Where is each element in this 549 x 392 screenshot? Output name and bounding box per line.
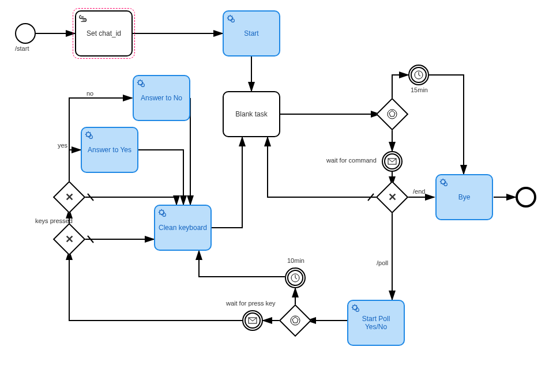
svg-marker-17 bbox=[292, 317, 298, 323]
start-event-label: /start bbox=[15, 45, 29, 52]
pentagon-icon bbox=[386, 108, 398, 120]
task-clean-keyboard[interactable]: Clean keyboard bbox=[154, 205, 212, 251]
svg-point-9 bbox=[356, 308, 359, 311]
task-label: Bye bbox=[458, 193, 471, 201]
edge-label-poll: /poll bbox=[377, 259, 388, 266]
svg-point-7 bbox=[163, 213, 166, 216]
gear-icon bbox=[351, 303, 361, 314]
task-set-chat-id[interactable]: Set chat_id bbox=[75, 10, 133, 56]
gear-icon bbox=[439, 178, 449, 188]
script-icon bbox=[78, 14, 89, 24]
start-event[interactable] bbox=[15, 23, 36, 44]
task-label: Start Poll Yes/No bbox=[351, 315, 401, 331]
exclusive-gateway-lower[interactable]: ✕ bbox=[58, 228, 81, 251]
gear-icon bbox=[84, 130, 95, 141]
task-label: Start bbox=[244, 29, 258, 37]
message-wait-press-key[interactable] bbox=[242, 310, 263, 331]
task-label: Clean keyboard bbox=[159, 224, 207, 232]
pentagon-icon bbox=[289, 315, 301, 326]
gear-icon bbox=[136, 78, 146, 89]
svg-point-3 bbox=[141, 84, 144, 86]
timer-15min[interactable] bbox=[408, 65, 429, 85]
gear-icon bbox=[226, 14, 236, 24]
end-event[interactable] bbox=[516, 187, 536, 208]
timer-15min-label: 15min bbox=[411, 86, 428, 93]
task-label: Answer to Yes bbox=[88, 146, 131, 154]
task-label: Answer to No bbox=[141, 94, 182, 102]
svg-point-11 bbox=[444, 183, 447, 186]
task-start-poll[interactable]: Start Poll Yes/No bbox=[347, 300, 405, 346]
task-answer-no[interactable]: Answer to No bbox=[133, 75, 190, 121]
task-label: Blank task bbox=[235, 110, 267, 118]
exclusive-gateway-center[interactable]: ✕ bbox=[381, 186, 404, 209]
envelope-icon bbox=[248, 317, 257, 324]
edge-label-end: /end bbox=[413, 188, 425, 195]
timer-10min-label: 10min bbox=[287, 257, 304, 264]
task-start[interactable]: Start bbox=[223, 10, 280, 56]
task-blank[interactable]: Blank task bbox=[223, 91, 280, 137]
svg-point-1 bbox=[231, 19, 234, 22]
message-wait-press-key-label: wait for press key bbox=[226, 300, 276, 307]
clock-icon bbox=[290, 273, 300, 283]
event-gateway-top[interactable] bbox=[381, 103, 404, 126]
bpmn-canvas: /start Set chat_id Start Answer to No bbox=[0, 0, 549, 392]
task-bye[interactable]: Bye bbox=[435, 174, 493, 220]
timer-10min[interactable] bbox=[285, 267, 306, 288]
envelope-icon bbox=[388, 158, 397, 165]
gear-icon bbox=[157, 208, 168, 218]
svg-marker-13 bbox=[389, 111, 395, 116]
exclusive-gateway-upper[interactable]: ✕ bbox=[58, 186, 81, 209]
message-wait-command[interactable] bbox=[382, 151, 403, 172]
gateway-keys-pressed-label: keys pressed bbox=[35, 217, 73, 224]
event-gateway-bottom[interactable] bbox=[284, 309, 307, 332]
clock-icon bbox=[413, 70, 424, 80]
edge-label-no: no bbox=[87, 90, 93, 97]
svg-point-5 bbox=[89, 135, 92, 138]
edge-label-yes: yes bbox=[58, 142, 67, 149]
task-label: Set chat_id bbox=[87, 29, 121, 37]
task-answer-yes[interactable]: Answer to Yes bbox=[81, 127, 138, 173]
message-wait-command-label: wait for command bbox=[326, 157, 377, 164]
